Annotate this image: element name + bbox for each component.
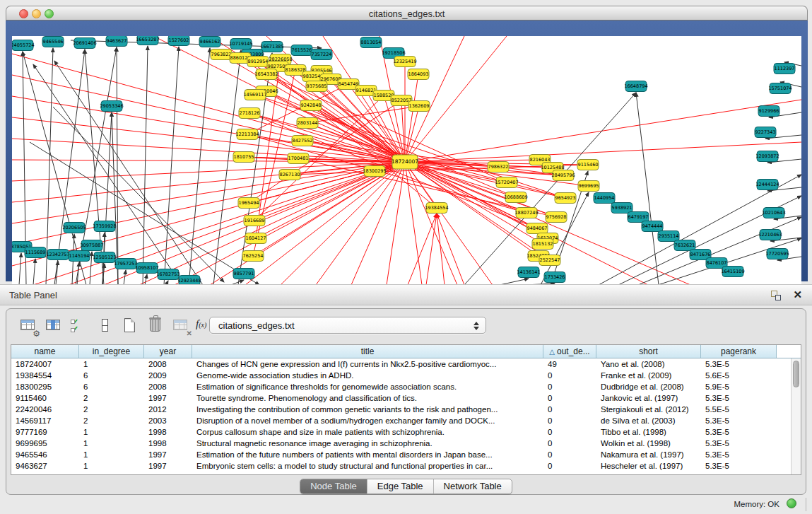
graph-node[interactable]: 12342757 <box>46 250 69 260</box>
graph-node[interactable]: 7963822 <box>211 49 232 60</box>
delete-button[interactable] <box>146 316 166 336</box>
cell-name[interactable]: 18724007 <box>11 358 79 370</box>
graph-node[interactable]: 9857791 <box>233 269 254 279</box>
cell-name[interactable]: 9463627 <box>11 460 79 472</box>
graph-edge[interactable] <box>405 100 801 162</box>
cell-title[interactable]: Embryonic stem cells: a model to study s… <box>192 460 543 472</box>
close-panel-icon[interactable]: ✕ <box>793 288 802 301</box>
cell-name[interactable]: 9699695 <box>11 438 79 449</box>
cell-title[interactable]: Tourette syndrome. Phenomenology and cla… <box>192 392 543 404</box>
graph-node[interactable]: 1864093 <box>408 69 429 80</box>
cell-pagerank[interactable]: 5.3E-5 <box>701 392 777 404</box>
graph-node[interactable]: 1604127 <box>245 233 266 244</box>
cell-in_degree[interactable]: 1 <box>79 358 144 370</box>
cell-short[interactable]: Nakamura et al. (1997) <box>596 449 701 460</box>
graph-node[interactable]: 10210643 <box>762 208 785 218</box>
cell-short[interactable]: Yano et al. (2008) <box>596 358 701 370</box>
table-row[interactable]: 2242004622012Investigating the contribut… <box>11 404 801 415</box>
graph-node[interactable]: 9474444 <box>642 221 663 232</box>
cell-out_de[interactable]: 0 <box>543 392 596 404</box>
cell-in_degree[interactable]: 2 <box>79 404 144 415</box>
column-header-short[interactable]: short <box>596 345 701 358</box>
graph-node[interactable]: 17957253 <box>114 259 137 269</box>
graph-edge[interactable] <box>255 95 405 162</box>
graph-node[interactable]: 15751074 <box>768 83 792 94</box>
table-row[interactable]: 946362711997Embryonic stem cells: a mode… <box>11 460 801 472</box>
cell-pagerank[interactable]: 5.3E-5 <box>701 449 777 460</box>
row-selection-button[interactable]: ✓✓ <box>70 316 90 336</box>
graph-node[interactable]: 24055724 <box>12 40 35 51</box>
graph-edge[interactable] <box>405 162 422 285</box>
graph-node[interactable]: 8912954 <box>247 57 269 67</box>
column-header-in_degree[interactable]: in_degree <box>79 345 144 358</box>
cell-name[interactable]: 18300295 <box>11 381 79 392</box>
graph-node[interactable]: 8813054 <box>360 37 382 48</box>
graph-node[interactable]: 9242848 <box>300 100 322 111</box>
graph-node[interactable]: 18300295 <box>363 166 386 177</box>
citation-network-graph[interactable]: 1872400724055724946554620691406946362716… <box>12 36 801 285</box>
float-panel-icon[interactable] <box>771 291 781 300</box>
cell-title[interactable]: Changes of HCN gene expression and I(f) … <box>192 358 543 370</box>
graph-node[interactable]: 16543382 <box>254 69 278 80</box>
graph-edge[interactable] <box>245 162 405 285</box>
cell-pagerank[interactable]: 5.5E-5 <box>701 404 777 415</box>
graph-node[interactable]: 1815132 <box>532 239 553 250</box>
graph-edge[interactable] <box>145 274 147 285</box>
graph-node[interactable]: 9465546 <box>42 37 64 47</box>
cell-short[interactable]: Wolkin et al. (1998) <box>596 438 701 449</box>
column-header-year[interactable]: year <box>144 345 192 358</box>
graph-edge[interactable] <box>636 93 659 285</box>
cell-pagerank[interactable]: 5.3E-5 <box>701 358 777 370</box>
cell-year[interactable]: 1997 <box>144 392 192 404</box>
graph-node[interactable]: 10719145 <box>229 39 252 49</box>
cell-title[interactable]: Genome-wide association studies in ADHD. <box>192 370 543 381</box>
cell-in_degree[interactable]: 6 <box>79 370 144 381</box>
graph-edge[interactable] <box>143 46 148 285</box>
graph-node[interactable]: 12923448 <box>177 276 201 286</box>
graph-node[interactable]: 1440954 <box>594 193 615 204</box>
graph-edge[interactable] <box>33 259 35 285</box>
graph-edge[interactable] <box>249 113 405 162</box>
graph-node[interactable]: 9227343 <box>755 127 776 138</box>
graph-edge[interactable] <box>124 270 126 285</box>
graph-node[interactable]: 1916689 <box>244 216 265 226</box>
cell-out_de[interactable]: 0 <box>543 449 596 460</box>
table-settings-button[interactable]: ⚙ <box>19 316 39 336</box>
cell-title[interactable]: Corpus callosum shape and size in male p… <box>192 426 543 438</box>
graph-node[interactable]: 7615526 <box>291 45 312 56</box>
graph-node[interactable]: 9129966 <box>758 106 779 117</box>
tab-node-table[interactable]: Node Table <box>300 479 367 493</box>
new-document-button[interactable] <box>121 316 141 336</box>
table-row[interactable]: 977716911998Corpus callosum shape and si… <box>11 426 801 438</box>
graph-node[interactable]: 28495796 <box>551 170 575 181</box>
cell-in_degree[interactable]: 6 <box>79 381 144 392</box>
cell-short[interactable]: Stergiakouli et al. (2012) <box>596 404 701 415</box>
graph-node[interactable]: 19384554 <box>425 203 448 214</box>
cell-title[interactable]: Estimation of the future numbers of pati… <box>192 449 543 460</box>
cell-title[interactable]: Investigating the contribution of common… <box>192 404 543 415</box>
cell-name[interactable]: 9115460 <box>11 392 79 404</box>
graph-edge[interactable] <box>311 105 548 238</box>
graph-edge[interactable] <box>281 162 405 285</box>
tab-edge-table[interactable]: Edge Table <box>367 479 434 493</box>
graph-node[interactable]: 1527602 <box>168 36 189 46</box>
graph-node[interactable]: 16671385 <box>260 42 283 52</box>
cell-year[interactable]: 1998 <box>144 438 192 449</box>
graph-node[interactable]: 8267130 <box>279 170 300 180</box>
rows-view-button[interactable] <box>95 316 115 336</box>
tab-network-table[interactable]: Network Table <box>434 479 512 493</box>
cell-name[interactable]: 22420046 <box>11 404 79 415</box>
cell-short[interactable]: Jankovic et al. (1997) <box>596 392 701 404</box>
cell-out_de[interactable]: 0 <box>543 426 596 438</box>
cell-year[interactable]: 1997 <box>144 449 192 460</box>
cell-year[interactable]: 2008 <box>144 358 192 370</box>
graph-node[interactable]: 9756928 <box>546 212 567 223</box>
graph-edge[interactable] <box>213 50 241 285</box>
cell-year[interactable]: 2003 <box>144 415 192 426</box>
cell-name[interactable]: 9465546 <box>11 449 79 460</box>
cell-out_de[interactable]: 0 <box>543 370 596 381</box>
cell-short[interactable]: Hescheler et al. (1997) <box>596 460 701 472</box>
graph-node[interactable]: 12210463 <box>758 230 782 240</box>
cell-title[interactable]: Structural magnetic resonance image aver… <box>192 438 543 449</box>
graph-node[interactable]: 9484067 <box>526 223 548 234</box>
